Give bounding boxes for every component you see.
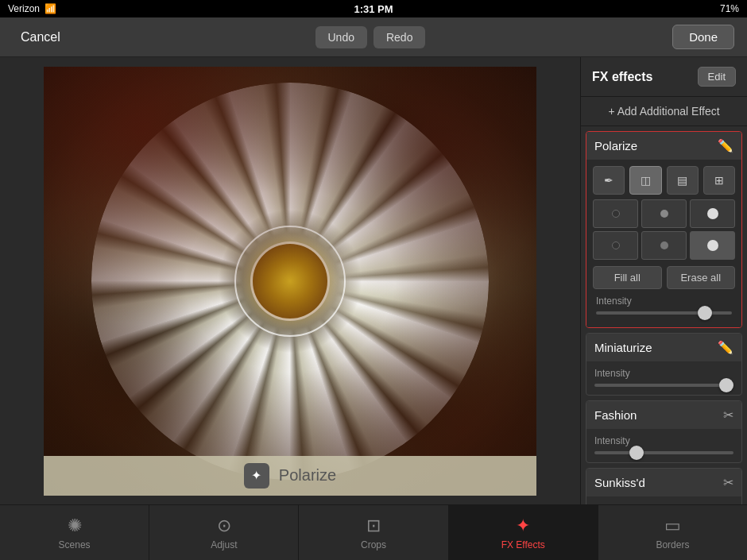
miniaturize-intensity-slider[interactable] <box>594 384 733 387</box>
gradient-tool-button[interactable]: ▤ <box>667 166 699 195</box>
fashion-name: Fashion <box>594 408 637 422</box>
fill-all-button[interactable]: Fill all <box>593 266 662 289</box>
bottom-label-bar: ✦ Polarize <box>44 456 536 496</box>
main-content: ✦ Polarize FX effects Edit + Add Additio… <box>0 57 747 504</box>
erase-all-button[interactable]: Erase all <box>667 266 736 289</box>
circle-overlay <box>234 226 346 337</box>
polarize-intensity-row: Intensity <box>593 295 735 321</box>
sunkissd-body: Intensity <box>586 496 741 504</box>
panel-header: FX effects Edit <box>581 57 747 97</box>
done-button[interactable]: Done <box>672 25 734 49</box>
mask-dot-3 <box>707 208 718 219</box>
polarize-intensity-label: Intensity <box>596 295 732 307</box>
miniaturize-name: Miniaturize <box>594 341 652 354</box>
polarize-header[interactable]: Polarize ✏️ <box>586 132 741 160</box>
sunkissd-icon: ✂ <box>723 475 733 490</box>
nav-crops[interactable]: ⊡ Crops <box>299 505 448 560</box>
toolbar-left: Cancel <box>13 25 68 49</box>
photo-container[interactable]: ✦ Polarize <box>44 67 536 496</box>
top-toolbar: Cancel Undo Redo Done <box>0 17 747 57</box>
mask-cell-6[interactable] <box>690 231 735 260</box>
toolbar-center: Undo Redo <box>315 26 426 48</box>
mask-cell-1[interactable] <box>593 199 638 228</box>
panel-edit-button[interactable]: Edit <box>698 67 736 87</box>
fashion-intensity-thumb[interactable] <box>629 446 644 460</box>
add-effect-button[interactable]: + Add Additional Effect <box>581 97 747 126</box>
nav-adjust[interactable]: ⊙ Adjust <box>149 505 299 560</box>
crops-icon: ⊡ <box>366 516 381 536</box>
fashion-section: Fashion ✂ Intensity <box>586 400 742 463</box>
bottom-nav: ✺ Scenes ⊙ Adjust ⊡ Crops ✦ FX Effects ▭… <box>0 504 747 560</box>
magic-wand-icon[interactable]: ✦ <box>244 463 269 489</box>
mask-dot-5 <box>660 241 668 249</box>
tool-buttons-row: ✒ ◫ ▤ ⊞ <box>593 166 735 195</box>
right-panel: FX effects Edit + Add Additional Effect … <box>580 57 747 504</box>
polarize-intensity-slider[interactable] <box>596 311 732 315</box>
battery-label: 71% <box>720 3 739 14</box>
nav-borders[interactable]: ▭ Borders <box>598 505 747 560</box>
mask-cell-3[interactable] <box>690 199 735 228</box>
sunkissd-header[interactable]: Sunkiss'd ✂ <box>586 469 741 496</box>
mask-cell-2[interactable] <box>641 199 687 228</box>
toolbar-right: Done <box>672 25 734 49</box>
status-left: Verizon 📶 <box>8 3 56 14</box>
status-bar: Verizon 📶 1:31 PM 71% <box>0 0 747 17</box>
miniaturize-section: Miniaturize ✏️ Intensity <box>586 333 742 396</box>
mask-grid <box>593 199 735 260</box>
eraser-tool-button[interactable]: ◫ <box>629 166 661 195</box>
fx-effects-icon: ✦ <box>516 516 530 536</box>
carrier-label: Verizon <box>8 3 40 14</box>
image-area: ✦ Polarize <box>0 57 580 504</box>
mask-dot-4 <box>612 241 620 249</box>
cancel-button[interactable]: Cancel <box>13 25 68 49</box>
undo-button[interactable]: Undo <box>315 26 367 48</box>
sunkissd-intensity-label: Intensity <box>594 503 733 504</box>
scenes-icon: ✺ <box>68 516 82 536</box>
borders-icon: ▭ <box>664 516 681 536</box>
mask-cell-4[interactable] <box>593 231 638 260</box>
wifi-icon: 📶 <box>45 3 56 14</box>
mask-dot-6 <box>707 240 718 251</box>
nav-fx-effects[interactable]: ✦ FX Effects <box>449 505 598 560</box>
miniaturize-icon: ✏️ <box>718 340 733 355</box>
fashion-body: Intensity <box>586 429 741 462</box>
polarize-intensity-thumb[interactable] <box>698 306 712 320</box>
stamp-tool-button[interactable]: ⊞ <box>703 166 735 195</box>
active-effect-label: Polarize <box>279 466 336 485</box>
sunkissd-section: Sunkiss'd ✂ Intensity <box>586 468 742 504</box>
mask-cell-5[interactable] <box>641 231 687 260</box>
miniaturize-intensity-thumb[interactable] <box>719 378 733 392</box>
polarize-section: Polarize ✏️ ✒ ◫ ▤ ⊞ <box>586 131 742 328</box>
miniaturize-header[interactable]: Miniaturize ✏️ <box>586 334 741 361</box>
borders-label: Borders <box>656 539 689 550</box>
fashion-header[interactable]: Fashion ✂ <box>586 401 741 429</box>
nav-scenes[interactable]: ✺ Scenes <box>0 505 149 560</box>
status-right: 71% <box>720 3 739 14</box>
miniaturize-intensity-label: Intensity <box>594 368 733 379</box>
panel-title: FX effects <box>592 70 652 84</box>
fashion-intensity-slider[interactable] <box>594 451 733 454</box>
polarize-icon: ✏️ <box>718 138 733 153</box>
redo-button[interactable]: Redo <box>374 26 425 48</box>
adjust-label: Adjust <box>211 539 237 550</box>
fashion-intensity-label: Intensity <box>594 435 733 446</box>
fx-effects-label: FX Effects <box>501 539 545 550</box>
mask-dot-2 <box>660 210 668 218</box>
crops-label: Crops <box>361 539 386 550</box>
scenes-label: Scenes <box>59 539 91 550</box>
polarize-tools: ✒ ◫ ▤ ⊞ <box>586 160 741 327</box>
polarize-name: Polarize <box>594 139 637 153</box>
fashion-icon: ✂ <box>723 407 733 423</box>
adjust-icon: ⊙ <box>217 516 231 536</box>
sunkissd-name: Sunkiss'd <box>594 476 645 489</box>
brush-tool-button[interactable]: ✒ <box>593 166 625 195</box>
miniaturize-body: Intensity <box>586 361 741 395</box>
fill-erase-row: Fill all Erase all <box>593 266 735 289</box>
time-label: 1:31 PM <box>354 3 393 15</box>
mask-dot-1 <box>612 210 620 218</box>
